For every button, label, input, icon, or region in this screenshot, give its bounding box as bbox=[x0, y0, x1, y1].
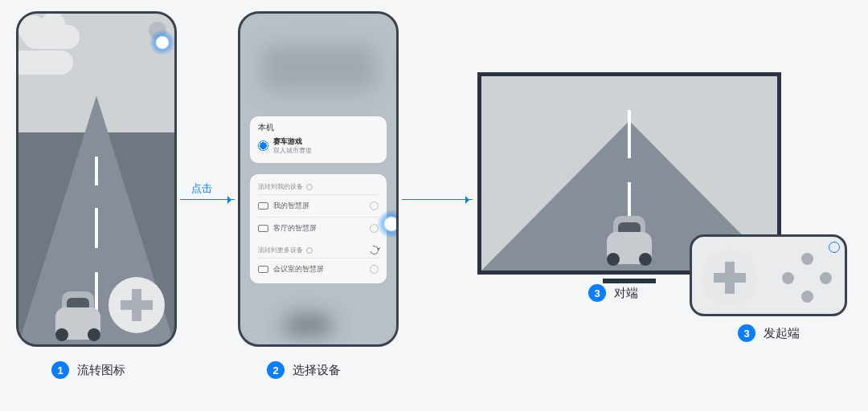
arrow-icon bbox=[402, 199, 473, 200]
lane-marker bbox=[628, 110, 631, 158]
screen-icon bbox=[258, 202, 268, 210]
step-1: 1 流转图标 bbox=[51, 361, 125, 379]
device-name: 会议室的智慧屏 bbox=[273, 264, 324, 275]
diagram-root: 本机 赛车游戏 双人城市赛道 流转到我的设备 我的智慧屏 客 bbox=[0, 0, 868, 411]
controller-phone bbox=[690, 234, 847, 316]
step-3-peer: 3 对端 bbox=[588, 284, 638, 302]
step-label: 对端 bbox=[614, 286, 638, 301]
section-more-devices: 流转到更多设备 bbox=[258, 246, 303, 254]
step-label: 发起端 bbox=[764, 326, 800, 341]
dpad-button[interactable] bbox=[702, 250, 758, 306]
tv-stand bbox=[603, 279, 656, 283]
car-icon bbox=[51, 277, 105, 340]
step-label: 流转图标 bbox=[77, 363, 125, 378]
step-label: 选择设备 bbox=[293, 363, 341, 378]
step-number: 1 bbox=[51, 361, 69, 379]
app-subtitle: 双人城市赛道 bbox=[273, 147, 312, 155]
info-icon[interactable] bbox=[306, 184, 313, 190]
cloud-icon bbox=[23, 25, 80, 49]
step-2: 2 选择设备 bbox=[267, 361, 341, 379]
dpad-icon bbox=[714, 262, 746, 294]
app-name: 赛车游戏 bbox=[273, 136, 312, 147]
screen-icon bbox=[258, 225, 268, 232]
cloud-icon bbox=[16, 51, 73, 75]
local-title: 本机 bbox=[258, 123, 379, 133]
refresh-icon[interactable] bbox=[368, 244, 380, 256]
device-name: 客厅的智慧屏 bbox=[273, 223, 317, 234]
car-icon bbox=[602, 201, 657, 264]
arrow-icon bbox=[180, 199, 235, 200]
step-3-origin: 3 发起端 bbox=[738, 324, 800, 342]
dpad-icon bbox=[121, 289, 153, 321]
device-row[interactable]: 我的智慧屏 bbox=[258, 194, 379, 217]
section-my-devices: 流转到我的设备 bbox=[258, 182, 303, 191]
phone-device-list: 本机 赛车游戏 双人城市赛道 流转到我的设备 我的智慧屏 客 bbox=[238, 11, 399, 347]
current-app-panel: 本机 赛车游戏 双人城市赛道 bbox=[250, 116, 387, 163]
highlight-halo bbox=[149, 30, 175, 55]
step-number: 2 bbox=[267, 361, 285, 379]
radio-icon[interactable] bbox=[370, 201, 379, 210]
device-row[interactable]: 客厅的智慧屏 bbox=[258, 217, 379, 239]
device-list-panel: 流转到我的设备 我的智慧屏 客厅的智慧屏 流转到更多设备 bbox=[250, 174, 387, 283]
action-buttons[interactable] bbox=[782, 253, 832, 303]
info-icon[interactable] bbox=[306, 247, 313, 254]
step-number: 3 bbox=[588, 284, 606, 302]
cast-icon[interactable] bbox=[829, 242, 840, 253]
device-row[interactable]: 会议室的智慧屏 bbox=[258, 258, 379, 280]
lane-marker bbox=[95, 208, 98, 248]
lane-marker bbox=[95, 157, 98, 185]
dpad-button[interactable] bbox=[108, 277, 165, 333]
device-name: 我的智慧屏 bbox=[273, 201, 309, 211]
screen-icon bbox=[258, 266, 268, 273]
radio-selected-icon[interactable] bbox=[258, 140, 268, 151]
radio-icon[interactable] bbox=[370, 265, 379, 274]
step-number: 3 bbox=[738, 324, 755, 342]
phone-game bbox=[16, 11, 177, 347]
arrow-label: 点击 bbox=[191, 181, 212, 196]
